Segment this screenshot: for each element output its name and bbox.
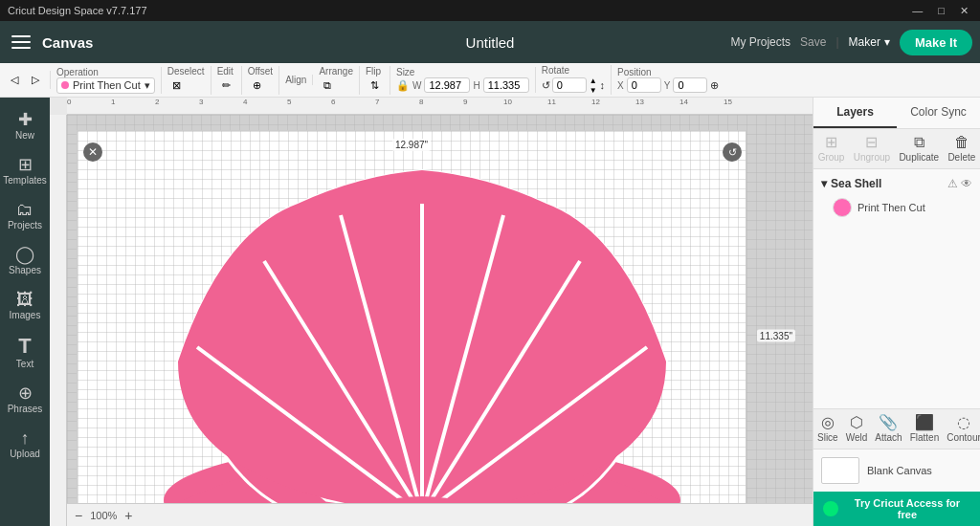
operation-group: Operation Print Then Cut ▾: [56, 67, 162, 94]
promo-banner[interactable]: Try Cricut Access for free: [813, 492, 980, 526]
ruler-mark-10: 10: [503, 98, 512, 106]
layer-group-header-sea-shell[interactable]: ▾ Sea Shell ⚠ 👁: [817, 173, 976, 194]
redo-button[interactable]: ▷: [27, 71, 44, 89]
height-input[interactable]: [483, 77, 529, 93]
ungroup-icon: ⊟: [865, 135, 878, 150]
sea-shell-svg[interactable]: [97, 156, 747, 503]
main-area: ✚ New ⊞ Templates 🗂 Projects ◯ Shapes 🖼 …: [0, 98, 980, 526]
separator: |: [835, 35, 838, 49]
x-input[interactable]: [627, 77, 661, 93]
tab-color-sync[interactable]: Color Sync: [897, 98, 980, 128]
blank-canvas-thumbnail: [821, 457, 859, 484]
ruler-mark-3: 3: [199, 98, 203, 106]
blank-canvas-row[interactable]: Blank Canvas: [813, 449, 980, 492]
flip-button[interactable]: ⇅: [366, 77, 384, 95]
flatten-icon: ⬛: [915, 415, 934, 430]
sidebar-item-shapes[interactable]: ◯ Shapes: [3, 240, 47, 281]
layer-group-sea-shell: ▾ Sea Shell ⚠ 👁 Print Then Cut: [817, 173, 976, 221]
sidebar-item-images[interactable]: 🖼 Images: [3, 285, 47, 326]
y-input[interactable]: [673, 77, 707, 93]
layer-item-print-then-cut[interactable]: Print Then Cut: [817, 194, 976, 221]
shell-group: [178, 170, 666, 503]
operation-value: Print Then Cut: [73, 79, 141, 91]
save-button[interactable]: Save: [800, 35, 826, 49]
position-label: Position: [617, 67, 719, 77]
new-icon: ✚: [18, 111, 33, 128]
weld-icon: ⬡: [850, 415, 863, 430]
sidebar-item-projects[interactable]: 🗂 Projects: [3, 195, 47, 236]
maker-button[interactable]: Maker ▾: [849, 35, 890, 49]
white-canvas[interactable]: 12.987" 11.335" ✕ ↺: [77, 130, 746, 503]
text-icon: T: [18, 336, 31, 357]
tab-layers[interactable]: Layers: [813, 98, 897, 128]
group-icon: ⊞: [825, 135, 837, 150]
title-bar: Cricut Design Space v7.7.177 — □ ✕: [0, 0, 980, 21]
shapes-icon: ◯: [15, 246, 34, 263]
ungroup-button[interactable]: ⊟ Ungroup: [850, 133, 894, 164]
sidebar-item-new[interactable]: ✚ New: [3, 105, 47, 146]
edit-button[interactable]: ✏: [217, 77, 235, 95]
slice-icon: ◎: [821, 415, 835, 430]
align-group: Align: [285, 75, 313, 85]
canvas-height-label: 11.335": [757, 330, 795, 342]
weld-button[interactable]: ⬡ Weld: [842, 413, 872, 445]
group-button[interactable]: ⊞ Group: [814, 133, 849, 164]
edit-group: Edit ✏: [217, 66, 242, 95]
arrange-button[interactable]: ⧉: [319, 77, 353, 95]
close-btn[interactable]: ✕: [956, 5, 972, 17]
close-handle[interactable]: ✕: [83, 142, 102, 162]
shell-container[interactable]: [97, 156, 747, 503]
contour-button[interactable]: ◌ Contour: [943, 413, 980, 445]
sidebar-item-upload[interactable]: ↑ Upload: [3, 424, 47, 465]
cricut-logo-icon: [823, 501, 838, 516]
my-projects-button[interactable]: My Projects: [730, 35, 791, 49]
blank-canvas-label: Blank Canvas: [867, 465, 932, 476]
panel-tabs: Layers Color Sync: [813, 98, 980, 129]
width-input[interactable]: [424, 77, 470, 93]
rotate-up-btn[interactable]: ▲: [589, 76, 598, 85]
bottom-action-row: ◎ Slice ⬡ Weld 📎 Attach ⬛ Flatten ◌ Cont…: [813, 408, 980, 449]
sidebar-item-phrases[interactable]: ⊕ Phrases: [3, 379, 47, 420]
flatten-button[interactable]: ⬛ Flatten: [906, 413, 944, 445]
slice-button[interactable]: ◎ Slice: [813, 413, 842, 445]
deselect-button[interactable]: ⊠: [167, 77, 205, 95]
edit-label: Edit: [217, 66, 235, 77]
deselect-label: Deselect: [167, 66, 205, 77]
operation-label: Operation: [56, 67, 155, 77]
zoom-out-button[interactable]: −: [75, 508, 82, 523]
delete-button[interactable]: 🗑 Delete: [944, 133, 979, 164]
canvas-label: Canvas: [42, 34, 93, 51]
eye-icon[interactable]: 👁: [961, 177, 972, 190]
promo-text: Try Cricut Access for free: [844, 497, 970, 520]
deselect-group: Deselect ⊠: [167, 66, 212, 95]
zoom-in-button[interactable]: +: [124, 508, 132, 523]
layers-content: ▾ Sea Shell ⚠ 👁 Print Then Cut: [813, 169, 980, 408]
width-label-toolbar: W: [412, 80, 421, 91]
rotate-down-btn[interactable]: ▼: [589, 85, 598, 95]
attach-button[interactable]: 📎 Attach: [871, 413, 905, 445]
sidebar-item-text[interactable]: T Text: [3, 330, 47, 375]
undo-button[interactable]: ◁: [6, 71, 23, 89]
rotate-handle[interactable]: ↺: [723, 142, 742, 162]
position-group: Position X Y ⊕: [617, 67, 724, 93]
action-row: ⊞ Group ⊟ Ungroup ⧉ Duplicate 🗑 Delete: [813, 129, 980, 169]
offset-button[interactable]: ⊕: [248, 77, 274, 95]
rotate-input[interactable]: [552, 77, 587, 93]
duplicate-button[interactable]: ⧉ Duplicate: [895, 133, 943, 164]
flip-group: Flip ⇅: [366, 66, 390, 95]
make-it-button[interactable]: Make It: [900, 30, 972, 55]
hamburger-menu[interactable]: [8, 29, 34, 55]
sidebar-item-templates[interactable]: ⊞ Templates: [3, 150, 47, 191]
operation-select[interactable]: Print Then Cut ▾: [56, 77, 155, 94]
ruler-mark-1: 1: [111, 98, 115, 106]
warning-icon[interactable]: ⚠: [947, 177, 958, 190]
ruler-mark-15: 15: [724, 98, 732, 106]
operation-box: Operation Print Then Cut ▾: [56, 67, 155, 94]
minimize-btn[interactable]: —: [908, 5, 926, 17]
canvas-content[interactable]: 12.987" 11.335" ✕ ↺: [67, 115, 813, 503]
maximize-btn[interactable]: □: [934, 5, 948, 17]
size-group: Size 🔒 W H: [396, 67, 536, 93]
canvas-area[interactable]: 0 1 2 3 4 5 6 7 8 9 10 11 12 13 14 15: [50, 98, 813, 526]
ruler-mark-9: 9: [463, 98, 467, 106]
images-icon: 🖼: [16, 291, 33, 308]
